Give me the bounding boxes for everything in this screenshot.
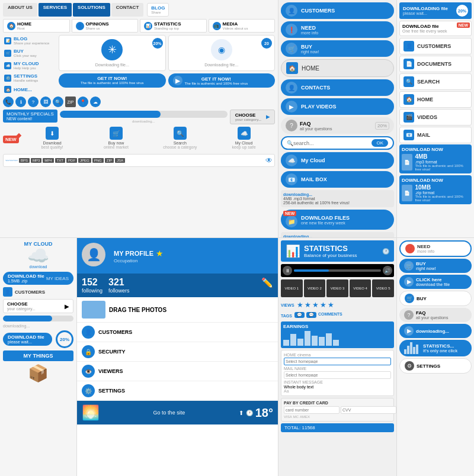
- chevron-right-icon: ▶: [266, 114, 270, 120]
- tr-nav-items: 👤 CUSTOMERS 📄 DOCUMENTS 🔍 SEARCH 🏠 HOME …: [399, 38, 472, 143]
- menu-opinions[interactable]: 👤 OPINIONS Share us: [72, 19, 139, 33]
- sidebar-home[interactable]: 🏠 HOME...: [3, 85, 56, 94]
- tr-home[interactable]: 🏠 HOME: [399, 91, 472, 108]
- br-click-btn[interactable]: ▶ CLICK here download the file: [399, 275, 472, 289]
- cvv-input[interactable]: [341, 406, 396, 414]
- feature-download[interactable]: ⬇ Download best quality!: [21, 127, 84, 149]
- mail-box-btn[interactable]: 📧 MAIL BOX: [281, 171, 394, 188]
- opinions-sub: Share us: [86, 27, 109, 30]
- br-faq-btn[interactable]: ? FAQ all your questions: [399, 308, 472, 322]
- tr-documents[interactable]: 📄 DOCUMENTS: [399, 56, 472, 72]
- profile-customers[interactable]: 👤 CUSTOMERS: [77, 323, 278, 342]
- phone-icon[interactable]: 📞: [3, 97, 14, 107]
- br-settings-btn[interactable]: ⚙ SETTINGS: [399, 358, 472, 374]
- my-things-btn[interactable]: MY THINGS: [3, 350, 73, 361]
- video-3[interactable]: VIDEO 3: [326, 279, 348, 297]
- contacts-btn[interactable]: 👤 CONTACTS: [281, 79, 394, 96]
- monthly-specials: MONTHLY SPECIALS NEW content!: [3, 110, 57, 123]
- dl-10mb-box: downloading... 10MB .zip Format 256-bit …: [281, 232, 394, 238]
- br-stats-btn[interactable]: STATISTICS... it's only one click: [399, 340, 472, 356]
- feature-buy[interactable]: 🛒 Buy now online market: [85, 127, 148, 149]
- nav-item-contact[interactable]: CONTACT: [111, 3, 144, 17]
- pin-icon[interactable]: 📍: [78, 97, 88, 107]
- media-progress[interactable]: [294, 269, 381, 272]
- get-it-now-btn-2[interactable]: ▶ GET IT NOW! The file is authentic and …: [168, 73, 276, 88]
- sidebar-buy[interactable]: 🛒 BUY Click your way: [3, 47, 56, 59]
- download-link[interactable]: download: [3, 265, 73, 269]
- video-5[interactable]: VIDEO 5: [372, 279, 394, 297]
- drag-photos[interactable]: DRAG THE PHOTOS: [82, 301, 273, 319]
- search-box[interactable]: 🔍 OK: [281, 136, 394, 150]
- volume-btn[interactable]: 🔊: [383, 266, 392, 275]
- br-need-btn[interactable]: ❗ NEED more info: [399, 240, 472, 257]
- menu-media[interactable]: 📺 MEDIA Videos about us: [209, 19, 276, 33]
- nav-item-about[interactable]: ABOUT US: [3, 3, 37, 17]
- share-icon[interactable]: ⬆: [239, 410, 244, 416]
- pause-btn[interactable]: ⏸: [283, 266, 292, 275]
- bottom-left-panel: MY CLOUD ☁️ download DOWNLOAD file 1.5MB…: [0, 238, 77, 476]
- tr-customers[interactable]: 👤 CUSTOMERS: [399, 38, 472, 54]
- br-downloading-btn[interactable]: ▶ downloading...: [399, 324, 472, 338]
- edit-icon[interactable]: ✏️: [261, 277, 273, 294]
- mail-name-input[interactable]: [284, 371, 391, 379]
- bl-choose[interactable]: CHOOSE your category... ▶: [3, 299, 73, 313]
- sidebar-settings[interactable]: ⚙️ SETTINGS Handle settings: [3, 72, 56, 83]
- sidebar-cloud[interactable]: ☁️ MY CLOUD Help Help you: [3, 60, 56, 71]
- clock-stats-icon[interactable]: 🕐: [382, 248, 389, 255]
- blog-icon: 📝: [4, 37, 11, 44]
- weather-widget: 🌅 Go to the site ⬆ 🕐 18°: [77, 401, 278, 424]
- go-to-site[interactable]: Go to the site: [153, 410, 185, 416]
- faq-btn[interactable]: ? FAQ all your questions 20%: [281, 117, 394, 134]
- search-input[interactable]: 🔍 OK: [281, 136, 394, 150]
- video-2[interactable]: VIDEO 2: [304, 279, 326, 297]
- card-number-input[interactable]: [284, 406, 340, 414]
- get-it-now-btn-1[interactable]: GET IT NOW! The file is authentic and 10…: [59, 73, 166, 88]
- tag-1[interactable]: 💬: [294, 312, 305, 318]
- tr-search[interactable]: 🔍 SEARCH: [399, 73, 472, 90]
- info-icon[interactable]: ℹ: [15, 97, 26, 107]
- tr-mail[interactable]: 📧 MAIL: [399, 127, 472, 143]
- need-info-btn[interactable]: ❗ NEED more info: [281, 21, 394, 38]
- customers-btn[interactable]: 👤 CUSTOMERS: [281, 2, 394, 19]
- bar-8: [333, 340, 339, 346]
- search-small-icon[interactable]: 🔍: [53, 97, 63, 107]
- progress-circle: ◉: [211, 39, 232, 60]
- my-ideas-label: MY IDEAS: [46, 276, 69, 281]
- zip-icon[interactable]: ZIP: [65, 97, 76, 107]
- nav-item-services[interactable]: SERVICES: [39, 3, 72, 17]
- video-1[interactable]: VIDEO 1: [281, 279, 303, 297]
- choose-button[interactable]: CHOOSE your category... ▶: [230, 110, 275, 124]
- sidebar-blog[interactable]: 📝 BLOG Share your experience: [3, 35, 56, 46]
- download-file-box: DOWNLOAD file One free file every week N…: [399, 21, 472, 36]
- play-videos-btn[interactable]: ▶ PLAY VIDEOS: [281, 98, 394, 115]
- home-btn[interactable]: 🏠 HOME: [281, 59, 394, 77]
- home-cinema-input[interactable]: [284, 358, 391, 365]
- cloud-icon[interactable]: ☁: [90, 97, 101, 107]
- feature-cloud[interactable]: ☁️ My Cloud keep up safe: [213, 127, 275, 149]
- question-icon[interactable]: ?: [28, 97, 39, 107]
- menu-home[interactable]: 🏠 HOME Root: [3, 19, 70, 33]
- profile-settings[interactable]: ⚙️ SETTINGS: [77, 381, 278, 401]
- bl-box-icon: 📦: [3, 364, 73, 383]
- tr-videos[interactable]: 🎬 VIDEOS: [399, 109, 472, 126]
- br-buy-btn[interactable]: 🛒 BUY right now!: [399, 259, 472, 273]
- feature-search[interactable]: 🔍 Search choose a category: [149, 127, 211, 149]
- eye-icon: 👁: [265, 156, 273, 165]
- profile-security[interactable]: 🔒 SECURITY: [77, 342, 278, 362]
- video-4[interactable]: VIDEO 4: [350, 279, 371, 297]
- image-icon[interactable]: 🖼: [40, 97, 51, 107]
- br-buy-outline[interactable]: 🛒 BUY: [399, 291, 472, 306]
- buy-btn[interactable]: 🛒 BUY right now!: [281, 40, 394, 57]
- search-ok-btn[interactable]: OK: [371, 139, 388, 147]
- tr-documents-icon: 📄: [403, 59, 414, 69]
- profile-viewers[interactable]: 👁️ VIEWERS: [77, 362, 278, 381]
- my-cloud-btn[interactable]: ☁️ My Cloud: [281, 152, 394, 169]
- search-field[interactable]: [293, 140, 371, 146]
- menu-stats[interactable]: 📊 STATISTICS Standing up top: [140, 19, 207, 33]
- tag-2[interactable]: 💬: [306, 312, 316, 318]
- bl-customers[interactable]: 👤 CUSTOMERS: [3, 287, 73, 297]
- download-files-btn[interactable]: NEW 📁 DOWNLOAD FILES one new file every …: [281, 210, 394, 230]
- temperature: 18°: [255, 406, 273, 420]
- buy-btn-icon: 🛒: [286, 43, 297, 54]
- nav-item-solutions[interactable]: SOLUTIONS: [73, 3, 110, 17]
